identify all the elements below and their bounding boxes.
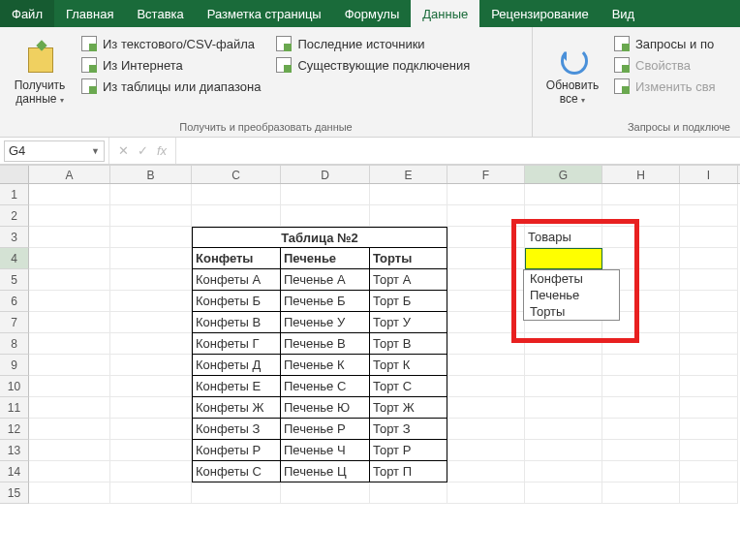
cell[interactable] [370,482,447,504]
validation-dropdown-list[interactable]: Конфеты Печенье Торты [523,269,620,321]
tab-review[interactable]: Рецензирование [479,0,600,27]
col-header[interactable]: D [281,166,370,183]
dropdown-option[interactable]: Конфеты [524,270,619,287]
cell[interactable] [29,184,110,205]
cell[interactable] [29,355,110,376]
cell[interactable]: Конфеты С [192,461,281,482]
cell[interactable] [680,248,738,269]
tab-formulas[interactable]: Формулы [333,0,412,27]
cell[interactable] [29,291,110,312]
dropdown-option[interactable]: Печенье [524,287,619,303]
cell[interactable] [680,205,738,227]
name-box[interactable]: G4 ▼ [4,140,105,162]
row-header[interactable]: 1 [0,184,29,205]
cell[interactable] [680,440,738,461]
queries-button[interactable]: Запросы и по [610,33,720,54]
from-csv-button[interactable]: Из текстового/CSV-файла [77,33,264,54]
cell[interactable] [110,291,192,312]
row-header[interactable]: 12 [0,419,29,440]
cell[interactable] [370,184,447,205]
fx-icon[interactable]: fx [152,143,171,158]
col-header[interactable]: B [110,166,192,183]
col-header[interactable]: E [370,166,447,183]
cell[interactable] [525,397,602,419]
recent-sources-button[interactable]: Последние источники [272,33,474,54]
cell[interactable]: Конфеты [192,248,281,269]
cell[interactable]: Торт С [370,376,447,397]
cell[interactable] [29,269,110,291]
cell[interactable] [29,440,110,461]
cell[interactable] [29,397,110,419]
cell[interactable]: Конфеты Д [192,355,281,376]
cell[interactable]: Конфеты В [192,312,281,333]
cell[interactable] [110,461,192,482]
cell[interactable] [680,227,738,248]
cell[interactable] [110,397,192,419]
cell[interactable]: Печенье [281,248,370,269]
refresh-all-button[interactable]: Обновить все ▾ [539,31,606,119]
col-header[interactable]: F [447,166,525,183]
spreadsheet-grid[interactable]: A B C D E F G H I 123Таблица №2Товары4Ко… [0,165,740,504]
cell[interactable] [29,482,110,504]
cell[interactable] [602,482,680,504]
col-header[interactable]: A [29,166,110,183]
accept-icon[interactable]: ✓ [133,143,152,158]
cell[interactable]: Торт Р [370,440,447,461]
cell[interactable] [525,482,602,504]
cancel-icon[interactable]: ✕ [113,143,133,158]
existing-conn-button[interactable]: Существующие подключения [272,54,474,76]
cell[interactable] [110,482,192,504]
edit-links-button[interactable]: Изменить свя [610,76,720,97]
cell[interactable]: Торты [370,248,447,269]
row-header[interactable]: 5 [0,269,29,291]
cell[interactable] [680,461,738,482]
cell[interactable]: Печенье В [281,333,370,355]
cell[interactable] [447,461,525,482]
row-header[interactable]: 7 [0,312,29,333]
col-header[interactable]: H [602,166,680,183]
cell[interactable]: Торт П [370,461,447,482]
col-header[interactable]: G [525,166,602,183]
cell[interactable] [192,184,281,205]
cell[interactable] [680,291,738,312]
cell[interactable]: Торт Б [370,291,447,312]
cell[interactable] [29,333,110,355]
get-data-button[interactable]: Получить данные ▾ [6,31,74,119]
cell[interactable]: Торт В [370,333,447,355]
cell[interactable]: Печенье У [281,312,370,333]
cell[interactable] [680,376,738,397]
cell[interactable] [447,355,525,376]
cell[interactable]: Конфеты З [192,419,281,440]
cell[interactable]: Печенье Ч [281,440,370,461]
cell[interactable] [281,184,370,205]
cell[interactable] [110,355,192,376]
cell[interactable]: Торт А [370,269,447,291]
cell[interactable]: Конфеты Г [192,333,281,355]
properties-button[interactable]: Свойства [610,54,720,76]
cell[interactable]: Печенье Б [281,291,370,312]
cell[interactable] [29,312,110,333]
select-all-corner[interactable] [0,166,29,183]
cell[interactable] [447,440,525,461]
cell[interactable]: Печенье А [281,269,370,291]
cell[interactable] [525,440,602,461]
cell[interactable] [680,482,738,504]
dropdown-option[interactable]: Торты [524,303,619,320]
cell[interactable] [110,184,192,205]
tab-view[interactable]: Вид [601,0,647,27]
cell[interactable] [525,376,602,397]
cell[interactable] [447,184,525,205]
cell[interactable] [525,355,602,376]
row-header[interactable]: 13 [0,440,29,461]
cell[interactable]: Торт К [370,355,447,376]
cell[interactable] [110,333,192,355]
row-header[interactable]: 3 [0,227,29,248]
cell[interactable] [602,419,680,440]
cell[interactable] [680,355,738,376]
cell[interactable]: Торт У [370,312,447,333]
cell[interactable] [602,461,680,482]
cell[interactable]: Конфеты Е [192,376,281,397]
cell[interactable] [110,419,192,440]
cell[interactable]: Конфеты Р [192,440,281,461]
cell[interactable] [29,419,110,440]
